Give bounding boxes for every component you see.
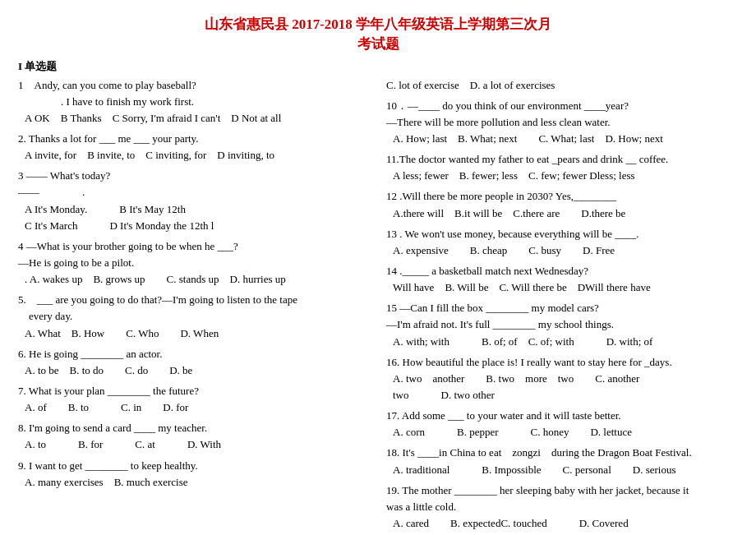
question-9c: C. lot of exercise D. a lot of exercises bbox=[386, 77, 738, 94]
q4-text: 4 —What is your brother going to be when… bbox=[18, 238, 371, 255]
question-17: 17. Add some ___ to your water and it wi… bbox=[386, 408, 738, 440]
q9-opt1: A. many exercises B. much exercise bbox=[25, 474, 371, 491]
q9c-text: C. lot of exercise D. a lot of exercises bbox=[386, 77, 738, 94]
question-15: 15 —Can I fill the box ________ my model… bbox=[386, 300, 738, 349]
question-6: 6. He is going ________ an actor. A. to … bbox=[18, 346, 371, 379]
q6-text: 6. He is going ________ an actor. bbox=[18, 346, 371, 362]
question-9: 9. I want to get ________ to keep health… bbox=[18, 458, 371, 491]
q5-sub: every day. bbox=[18, 308, 371, 325]
question-3: 3 —— What's today? —— . A It's Monday. B… bbox=[18, 168, 371, 234]
q3-opt1: A It's Monday. B It's May 12th bbox=[25, 201, 371, 218]
q12-options: A.there will B.it will be C.there are D.… bbox=[393, 205, 738, 222]
title-line1: 山东省惠民县 2017-2018 学年八年级英语上学期第三次月 bbox=[205, 16, 551, 32]
q3-text: 3 —— What's today? bbox=[18, 168, 371, 184]
question-11: 11.The doctor wanted my father to eat _p… bbox=[386, 151, 738, 184]
q13-text: 13 . We won't use money, because everyth… bbox=[386, 226, 738, 242]
q5-text: 5. ___ are you going to do that?—I'm goi… bbox=[18, 292, 371, 308]
question-10: 10．—____ do you think of our environment… bbox=[386, 98, 738, 147]
q10-sub: —There will be more pollution and less c… bbox=[386, 114, 738, 131]
q18-options: A. traditional B. Impossible C. personal… bbox=[393, 462, 738, 478]
q16-options2: two D. two other bbox=[393, 387, 738, 404]
q17-options: A. corn B. pepper C. honey D. lettuce bbox=[393, 424, 738, 440]
question-4: 4 —What is your brother going to be when… bbox=[18, 238, 371, 288]
q10-options: A. How; last B. What; next C. What; last… bbox=[393, 131, 738, 147]
question-2: 2. Thanks a lot for ___ me ___ your part… bbox=[18, 131, 371, 164]
question-14: 14 ._____ a basketball match next Wednes… bbox=[386, 263, 738, 296]
question-16: 16. How beautiful the place is! I really… bbox=[386, 354, 738, 404]
q16-options: A. two another B. two more two C. anothe… bbox=[393, 371, 738, 387]
q1-options: A OK B Thanks C Sorry, I'm afraid I can'… bbox=[25, 110, 371, 127]
q15-text: 15 —Can I fill the box ________ my model… bbox=[386, 300, 738, 316]
q16-text: 16. How beautiful the place is! I really… bbox=[386, 354, 738, 371]
section-header: I 单选题 bbox=[18, 59, 738, 74]
q15-options: A. with; with B. of; of C. of; with D. w… bbox=[393, 334, 738, 350]
q13-options: A. expensive B. cheap C. busy D. Free bbox=[393, 242, 738, 259]
page-title: 山东省惠民县 2017-2018 学年八年级英语上学期第三次月 考试题 bbox=[18, 15, 738, 54]
q19-options: A. cared B. expectedC. touched D. Covere… bbox=[393, 515, 738, 532]
q1-text: 1 Andy, can you come to play baseball? bbox=[18, 77, 371, 94]
q12-text: 12 .Will there be more people in 2030? Y… bbox=[386, 188, 738, 205]
q8-options: A. to B. for C. at D. With bbox=[25, 436, 371, 453]
q3-opt2: C It's March D It's Monday the 12th l bbox=[25, 218, 371, 234]
q8-text: 8. I'm going to send a card ____ my teac… bbox=[18, 420, 371, 436]
q18-text: 18. It's ____in China to eat zongzi duri… bbox=[386, 445, 738, 461]
q7-options: A. of B. to C. in D. for bbox=[25, 399, 371, 416]
right-column: C. lot of exercise D. a lot of exercises… bbox=[386, 77, 738, 535]
question-19: 19. The mother ________ her sleeping bab… bbox=[386, 482, 738, 532]
q2-text: 2. Thanks a lot for ___ me ___ your part… bbox=[18, 131, 371, 147]
question-12: 12 .Will there be more people in 2030? Y… bbox=[386, 188, 738, 221]
question-1: 1 Andy, can you come to play baseball? .… bbox=[18, 77, 371, 127]
q2-options: A invite, for B invite, to C inviting, f… bbox=[25, 147, 371, 164]
question-13: 13 . We won't use money, because everyth… bbox=[386, 226, 738, 259]
q15-sub: —I'm afraid not. It's full ________ my s… bbox=[386, 316, 738, 333]
q17-text: 17. Add some ___ to your water and it wi… bbox=[386, 408, 738, 424]
question-18: 18. It's ____in China to eat zongzi duri… bbox=[386, 445, 738, 477]
question-7: 7. What is your plan ________ the future… bbox=[18, 383, 371, 416]
q14-text: 14 ._____ a basketball match next Wednes… bbox=[386, 263, 738, 279]
q7-text: 7. What is your plan ________ the future… bbox=[18, 383, 371, 399]
q3-sub: —— . bbox=[18, 184, 371, 201]
left-column: 1 Andy, can you come to play baseball? .… bbox=[18, 77, 371, 535]
question-5: 5. ___ are you going to do that?—I'm goi… bbox=[18, 292, 371, 341]
q19-sub: was a little cold. bbox=[386, 499, 738, 515]
q5-options: A. What B. How C. Who D. When bbox=[25, 325, 371, 342]
q19-text: 19. The mother ________ her sleeping bab… bbox=[386, 482, 738, 499]
q10-text: 10．—____ do you think of our environment… bbox=[386, 98, 738, 114]
q9-text: 9. I want to get ________ to keep health… bbox=[18, 458, 371, 474]
questions-columns: 1 Andy, can you come to play baseball? .… bbox=[18, 77, 738, 535]
title-line2: 考试题 bbox=[357, 36, 399, 52]
q4-sub: —He is going to be a pilot. bbox=[18, 255, 371, 271]
question-8: 8. I'm going to send a card ____ my teac… bbox=[18, 420, 371, 453]
q11-text: 11.The doctor wanted my father to eat _p… bbox=[386, 151, 738, 168]
q1-sub: . I have to finish my work first. bbox=[18, 94, 371, 110]
q4-options: . A. wakes up B. grows up C. stands up D… bbox=[25, 271, 371, 288]
q11-options: A less; fewer B. fewer; less C. few; few… bbox=[393, 168, 738, 184]
q6-options: A. to be B. to do C. do D. be bbox=[25, 362, 371, 379]
q14-options: Will have B. Will be C. Will there be DW… bbox=[393, 279, 738, 296]
